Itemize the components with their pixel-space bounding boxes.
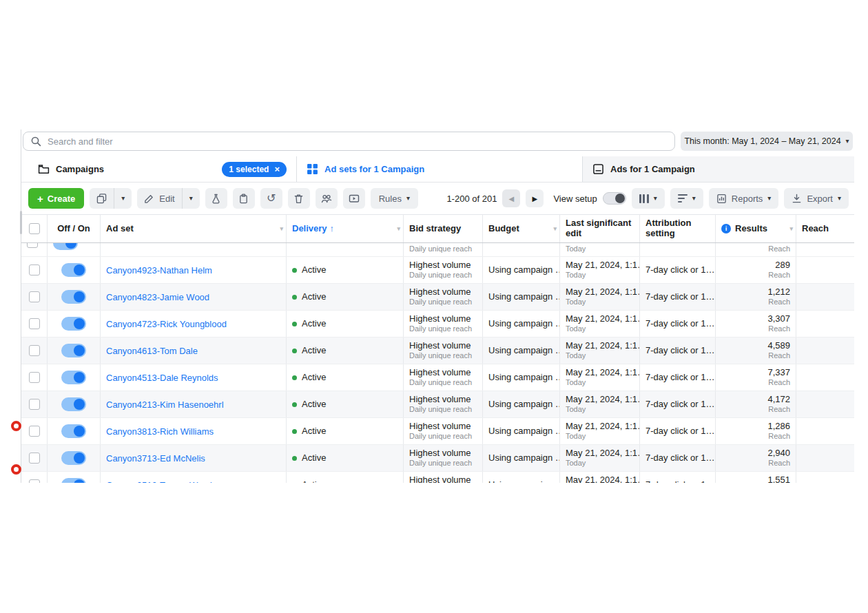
row-checkbox[interactable] xyxy=(29,479,40,483)
bid-strategy-sub: Daily unique reach xyxy=(409,298,477,307)
rules-button[interactable]: Rules ▾ xyxy=(371,188,418,209)
duplicate-button[interactable] xyxy=(90,188,114,209)
bid-strategy-value: Highest volume xyxy=(409,260,477,271)
export-button[interactable]: Export ▾ xyxy=(784,188,849,209)
header-attribution[interactable]: Attribution setting xyxy=(640,215,716,242)
ad-set-name-link[interactable]: Canyon4213-Kim Hasenoehrl xyxy=(106,399,280,410)
header-budget[interactable]: Budget ▾ xyxy=(483,215,560,242)
search-bar[interactable] xyxy=(23,132,675,151)
create-button[interactable]: + Create xyxy=(28,188,84,209)
ad-set-name-link[interactable]: Canyon4923-Nathan Helm xyxy=(106,265,280,276)
ad-set-name-link[interactable]: Canyon3713-Ed McNelis xyxy=(106,453,280,464)
ad-set-name-link[interactable]: Canyon4823-Jamie Wood xyxy=(106,292,280,302)
header-delivery[interactable]: Delivery ↑ ▾ xyxy=(287,215,404,242)
chevron-right-icon: ▶ xyxy=(533,195,538,202)
ad-set-name-link[interactable]: Canyon4613-Tom Dale xyxy=(106,346,280,356)
bid-strategy-cell: Highest volume Daily unique reach xyxy=(404,445,483,471)
results-cell: 289 Reach xyxy=(716,257,796,283)
ad-set-on-toggle[interactable] xyxy=(61,478,86,483)
ad-set-on-toggle[interactable] xyxy=(61,317,86,331)
duplicate-split-button: ▾ xyxy=(90,188,132,209)
attribution-value: 7-day click or 1… xyxy=(645,426,710,437)
ab-test-button[interactable] xyxy=(205,188,227,209)
ads-icon xyxy=(592,163,604,175)
ad-set-on-toggle[interactable] xyxy=(61,424,86,438)
last-edit-value: May 21, 2024, 1:1… xyxy=(566,394,634,405)
row-checkbox[interactable] xyxy=(29,372,40,383)
header-bid-strategy[interactable]: Bid strategy xyxy=(404,215,483,242)
ad-set-cell: Canyon4823-Jamie Wood xyxy=(101,284,287,310)
sort-ascending-icon: ↑ xyxy=(330,224,335,234)
date-range-selector[interactable]: This month: May 1, 2024 – May 21, 2024 ▾ xyxy=(681,132,853,151)
edit-menu-button[interactable]: ▾ xyxy=(183,188,200,209)
results-value: 4,172 xyxy=(767,394,790,405)
header-last-edit[interactable]: Last significant edit xyxy=(560,215,640,242)
ads-manager-app: This month: May 1, 2024 – May 21, 2024 ▾… xyxy=(21,129,854,483)
audience-button[interactable] xyxy=(316,188,338,209)
breakdown-button[interactable]: ▾ xyxy=(670,188,703,209)
ad-set-on-toggle[interactable] xyxy=(61,344,86,357)
close-icon[interactable]: × xyxy=(274,165,280,174)
alert-marker-icon[interactable] xyxy=(11,421,21,431)
ad-set-name-link[interactable]: Canyon4723-Rick Youngblood xyxy=(106,319,280,329)
chevron-left-icon: ◀ xyxy=(509,195,515,202)
duplicate-menu-button[interactable]: ▾ xyxy=(114,188,132,209)
reports-button[interactable]: Reports ▾ xyxy=(709,188,779,209)
clipboard-button[interactable] xyxy=(233,188,255,209)
row-checkbox[interactable] xyxy=(29,291,40,302)
results-cell: 7,337 Reach xyxy=(716,364,796,391)
columns-button[interactable]: ▾ xyxy=(632,188,665,209)
header-results[interactable]: i Results ▾ xyxy=(716,215,796,242)
ad-set-on-toggle[interactable] xyxy=(61,290,86,304)
budget-cell: Using campaign … xyxy=(483,284,560,310)
delete-button[interactable] xyxy=(288,188,310,209)
row-checkbox[interactable] xyxy=(29,264,40,276)
ad-set-on-toggle[interactable] xyxy=(61,397,86,411)
header-budget-label: Budget xyxy=(488,224,554,234)
ad-set-on-toggle[interactable] xyxy=(61,451,86,465)
last-edit-sub: Today xyxy=(566,271,634,280)
row-checkbox-cell xyxy=(21,337,48,364)
ad-set-name-link[interactable]: Canyon4513-Dale Reynolds xyxy=(106,373,280,383)
edit-button[interactable]: Edit xyxy=(137,188,181,209)
ad-set-name-link[interactable]: Canyon3512-Tracey Wasden xyxy=(106,480,280,484)
chevron-down-icon: ▾ xyxy=(280,225,283,232)
search-input[interactable] xyxy=(48,136,668,147)
tab-campaigns[interactable]: Campaigns 1 selected × xyxy=(28,156,297,182)
flask-icon xyxy=(211,194,221,204)
undo-button[interactable]: ↺ xyxy=(260,188,282,209)
last-edit-sub: Today xyxy=(566,405,634,415)
ad-set-on-toggle[interactable] xyxy=(61,263,86,277)
budget-cell: Using campaign … xyxy=(483,364,560,391)
header-reach[interactable]: Reach xyxy=(796,215,854,242)
alert-marker-icon[interactable] xyxy=(11,464,21,475)
results-cell: 4,172 Reach xyxy=(716,391,796,417)
select-all-checkbox[interactable] xyxy=(29,223,40,234)
ad-set-on-toggle[interactable] xyxy=(61,371,86,384)
budget-value: Using campaign … xyxy=(488,291,554,302)
row-checkbox[interactable] xyxy=(29,399,40,410)
row-checkbox[interactable] xyxy=(29,453,40,464)
results-value: 2,940 xyxy=(767,448,790,459)
tab-ads[interactable]: Ads for 1 Campaign xyxy=(583,156,854,182)
bid-strategy-value: Highest volume xyxy=(409,367,477,378)
view-setup-toggle[interactable] xyxy=(603,192,626,205)
row-checkbox[interactable] xyxy=(29,318,40,329)
bid-strategy-cell: Highest volume Daily unique reach xyxy=(404,311,483,337)
header-ad-set-label: Ad set xyxy=(106,224,280,234)
last-edit-sub: Today xyxy=(566,245,634,254)
row-checkbox[interactable] xyxy=(29,345,40,356)
ad-set-on-toggle[interactable] xyxy=(53,243,78,250)
row-checkbox[interactable] xyxy=(29,426,40,437)
next-page-button[interactable]: ▶ xyxy=(526,189,544,207)
tab-ad-sets[interactable]: Ad sets for 1 Campaign xyxy=(297,156,583,182)
previous-page-button[interactable]: ◀ xyxy=(502,189,520,207)
delivery-cell: Active xyxy=(287,445,404,471)
row-checkbox[interactable] xyxy=(27,243,38,248)
ad-set-name-link[interactable]: Canyon3813-Rich Williams xyxy=(106,426,280,437)
budget-value: Using campaign … xyxy=(488,453,554,464)
left-scrollbar-thumb[interactable] xyxy=(20,211,22,234)
header-ad-set[interactable]: Ad set ▾ xyxy=(101,215,287,242)
row-toggle-cell xyxy=(48,257,101,283)
preview-button[interactable] xyxy=(343,188,365,209)
